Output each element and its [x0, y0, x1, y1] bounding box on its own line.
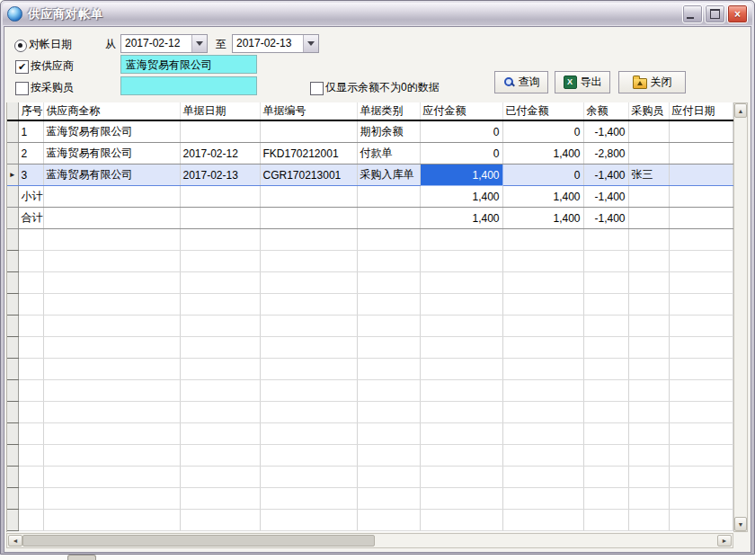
from-date-select[interactable]: 2017-02-12	[120, 34, 208, 53]
from-date-dropdown-button[interactable]	[191, 35, 207, 52]
table-cell[interactable]: 2017-02-12	[180, 143, 260, 164]
table-cell[interactable]: 期初余额	[357, 120, 420, 143]
table-cell[interactable]	[583, 294, 628, 316]
table-cell[interactable]	[628, 294, 669, 316]
table-cell[interactable]: 1,400	[420, 186, 502, 208]
table-cell[interactable]	[260, 251, 357, 272]
table-cell[interactable]	[260, 423, 357, 445]
table-cell[interactable]	[420, 229, 502, 251]
table-cell[interactable]	[260, 510, 357, 531]
table-cell[interactable]	[180, 208, 260, 229]
table-cell[interactable]	[669, 445, 733, 467]
table-cell[interactable]: 合计	[18, 208, 43, 229]
table-cell[interactable]	[43, 294, 180, 316]
table-cell[interactable]	[669, 423, 733, 445]
table-cell[interactable]	[180, 510, 260, 531]
table-cell[interactable]	[628, 316, 669, 337]
table-cell[interactable]	[43, 337, 180, 359]
table-cell[interactable]: 1,400	[420, 164, 502, 186]
row-selector[interactable]	[7, 402, 18, 423]
row-selector[interactable]	[7, 229, 18, 251]
table-cell[interactable]	[357, 445, 420, 467]
table-cell[interactable]	[180, 272, 260, 294]
table-cell[interactable]	[669, 316, 733, 337]
table-cell[interactable]: 0	[420, 143, 502, 164]
table-cell[interactable]: 蓝海贸易有限公司	[43, 120, 180, 143]
table-cell[interactable]	[180, 380, 260, 402]
export-button[interactable]: X 导出	[555, 71, 610, 93]
table-cell[interactable]: 1,400	[502, 208, 583, 229]
table-cell[interactable]	[669, 120, 733, 143]
table-cell[interactable]	[669, 229, 733, 251]
table-cell[interactable]	[628, 208, 669, 229]
table-cell[interactable]	[502, 380, 583, 402]
table-cell[interactable]	[583, 251, 628, 272]
table-cell[interactable]	[420, 488, 502, 510]
row-selector[interactable]	[7, 251, 18, 272]
row-selector[interactable]	[7, 272, 18, 294]
table-cell[interactable]	[43, 423, 180, 445]
table-cell[interactable]	[357, 359, 420, 380]
table-cell[interactable]	[43, 359, 180, 380]
table-cell[interactable]: 蓝海贸易有限公司	[43, 143, 180, 164]
table-cell[interactable]	[669, 359, 733, 380]
table-cell[interactable]: FKD170212001	[260, 143, 357, 164]
table-cell[interactable]	[420, 402, 502, 423]
table-cell[interactable]	[669, 294, 733, 316]
column-header[interactable]: 单据编号	[260, 102, 357, 120]
column-header[interactable]: 应付日期	[669, 102, 733, 120]
row-selector[interactable]	[7, 143, 18, 164]
table-cell[interactable]	[502, 423, 583, 445]
column-header[interactable]: 应付金额	[420, 102, 502, 120]
table-cell[interactable]	[18, 229, 43, 251]
table-cell[interactable]	[357, 337, 420, 359]
table-cell[interactable]	[628, 272, 669, 294]
purchaser-input[interactable]	[120, 76, 257, 95]
table-cell[interactable]	[18, 294, 43, 316]
table-cell[interactable]	[180, 467, 260, 488]
table-cell[interactable]: 1,400	[420, 208, 502, 229]
table-cell[interactable]	[43, 488, 180, 510]
table-cell[interactable]	[628, 402, 669, 423]
table-cell[interactable]	[43, 445, 180, 467]
table-cell[interactable]	[669, 143, 733, 164]
table-cell[interactable]	[420, 380, 502, 402]
table-cell[interactable]	[43, 251, 180, 272]
table-cell[interactable]	[669, 337, 733, 359]
column-header[interactable]: 供应商全称	[43, 102, 180, 120]
row-selector[interactable]	[7, 120, 18, 143]
table-cell[interactable]	[628, 143, 669, 164]
table-cell[interactable]	[43, 272, 180, 294]
table-cell[interactable]	[180, 402, 260, 423]
to-date-dropdown-button[interactable]	[303, 35, 318, 52]
by-purchaser-checkbox[interactable]: ✔	[15, 82, 29, 95]
table-cell[interactable]	[583, 272, 628, 294]
table-cell[interactable]	[420, 510, 502, 531]
table-cell[interactable]	[18, 402, 43, 423]
table-cell[interactable]	[420, 294, 502, 316]
table-cell[interactable]	[583, 359, 628, 380]
table-cell[interactable]	[357, 402, 420, 423]
table-cell[interactable]	[180, 488, 260, 510]
row-selector[interactable]	[7, 488, 18, 510]
table-cell[interactable]	[583, 445, 628, 467]
table-cell[interactable]	[420, 467, 502, 488]
table-cell[interactable]: -1,400	[583, 120, 628, 143]
table-cell[interactable]	[628, 467, 669, 488]
table-cell[interactable]	[260, 488, 357, 510]
table-cell[interactable]	[43, 510, 180, 531]
table-cell[interactable]	[628, 337, 669, 359]
table-cell[interactable]	[583, 423, 628, 445]
close-button[interactable]: ×	[727, 4, 748, 23]
row-selector[interactable]	[7, 359, 18, 380]
table-cell[interactable]	[502, 488, 583, 510]
table-cell[interactable]	[180, 251, 260, 272]
table-cell[interactable]	[260, 294, 357, 316]
table-cell[interactable]: 付款单	[357, 143, 420, 164]
table-cell[interactable]	[43, 208, 180, 229]
row-selector[interactable]	[7, 510, 18, 531]
scroll-up-button[interactable]: ▲	[734, 103, 747, 118]
table-cell[interactable]	[357, 229, 420, 251]
table-cell[interactable]: 3	[18, 164, 43, 186]
table-cell[interactable]	[669, 488, 733, 510]
